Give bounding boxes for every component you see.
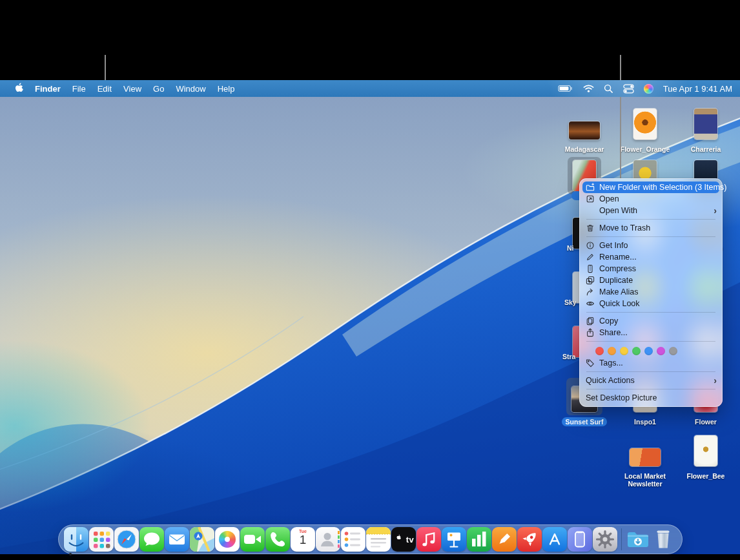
trash-icon	[586, 223, 595, 233]
dock-icon-notes[interactable]	[366, 527, 391, 552]
desktop-icon-label: Madagascar	[561, 145, 608, 154]
dock-icon-trash[interactable]	[651, 527, 675, 552]
calendar-day: 1	[291, 533, 315, 547]
tag-color-dot[interactable]	[608, 347, 616, 355]
dock-icon-system-settings[interactable]	[593, 527, 617, 552]
desktop-icon-label: Local Market Newsletter	[618, 472, 672, 488]
search-icon[interactable]	[601, 80, 616, 97]
menu-item-copy[interactable]: Copy	[580, 315, 722, 327]
menu-item-make-alias[interactable]: Make Alias	[580, 286, 722, 298]
desktop-label-fragment: Stra	[562, 353, 575, 360]
menu-bar-clock[interactable]: Tue Apr 1 9:41 AM	[661, 84, 732, 94]
menubar-menu-finder[interactable]: Finder	[29, 80, 67, 97]
dock-separator	[621, 528, 622, 550]
dock-icon-maps[interactable]	[190, 527, 214, 552]
icon-thumbnail-box	[564, 105, 605, 143]
tag-color-dot[interactable]	[669, 347, 677, 355]
desktop-icon-flower-bee[interactable]: Flower_Bee	[679, 432, 733, 481]
siri-icon[interactable]	[641, 80, 656, 97]
dock-icon-apple-tv[interactable]: tv	[391, 527, 416, 552]
info-icon	[586, 241, 595, 250]
dock-icon-facetime[interactable]	[240, 527, 265, 552]
appletv-wordmark: tv	[391, 527, 416, 552]
menu-item-duplicate[interactable]: Duplicate	[580, 275, 722, 286]
icon-thumbnail-box	[689, 105, 723, 143]
menu-item-new-folder-with-selection-3-items[interactable]: New Folder with Selection (3 Items)	[582, 181, 719, 193]
menu-item-open[interactable]: Open	[580, 193, 722, 205]
dock-icon-launchpad[interactable]	[89, 527, 114, 552]
dock-icon-numbers[interactable]	[467, 527, 491, 552]
dock-icon-music[interactable]	[416, 527, 441, 552]
menu-separator	[586, 341, 715, 342]
menu-separator	[586, 389, 715, 389]
menubar-menu-window[interactable]: Window	[170, 80, 211, 97]
dock-icon-safari[interactable]	[114, 527, 139, 552]
desktop-icon-flower-orange[interactable]: Flower_Orange	[618, 105, 672, 154]
dock-icon-photos[interactable]	[215, 527, 240, 552]
dock-icon-iphone-mirroring[interactable]	[568, 527, 592, 552]
context-menu: New Folder with Selection (3 Items)OpenO…	[579, 178, 723, 407]
file-thumbnail-newsletter	[630, 448, 661, 466]
tag-color-dot[interactable]	[595, 347, 604, 355]
menubar-menu-help[interactable]: Help	[212, 80, 241, 97]
menu-item-compress[interactable]: Compress	[580, 263, 722, 275]
menu-item-move-to-trash[interactable]: Move to Trash	[580, 222, 722, 234]
dock-icon-phone[interactable]	[265, 527, 290, 552]
callout-line-right	[620, 55, 621, 179]
file-thumbnail-flower-bee	[694, 435, 717, 466]
dock-icon-games[interactable]	[517, 527, 542, 552]
menubar-menu-file[interactable]: File	[67, 80, 92, 97]
dock-icon-messages[interactable]	[139, 527, 164, 552]
battery-icon[interactable]	[555, 80, 576, 97]
copy-icon	[586, 316, 595, 326]
menu-item-quick-actions[interactable]: Quick Actions›	[580, 375, 722, 386]
menu-separator	[586, 312, 715, 313]
menu-item-get-info[interactable]: Get Info	[580, 240, 722, 251]
menu-item-rename[interactable]: Rename...	[580, 251, 722, 263]
desktop-label-fragment: Sky	[564, 298, 577, 306]
menu-item-label: Copy	[599, 316, 618, 326]
tag-color-dot[interactable]	[632, 347, 641, 355]
file-thumbnail-flower-orange	[633, 109, 657, 140]
menu-item-label: Rename...	[599, 253, 637, 262]
menubar-menu-edit[interactable]: Edit	[92, 80, 118, 97]
menubar-menu-view[interactable]: View	[118, 80, 147, 97]
menubar-menu-go[interactable]: Go	[147, 80, 170, 97]
menu-item-label: Open	[599, 194, 619, 203]
dock-icon-app-store[interactable]	[542, 527, 567, 552]
tag-color-dot[interactable]	[644, 347, 653, 355]
icon-thumbnail-box	[689, 432, 723, 470]
menu-item-label: Get Info	[599, 241, 628, 250]
menu-item-open-with[interactable]: Open With›	[580, 205, 722, 216]
tag-color-dot[interactable]	[657, 347, 665, 355]
apple-menu[interactable]	[9, 80, 29, 97]
dock: Tue1tv	[58, 524, 683, 554]
desktop-icon-label: Flower_Bee	[683, 472, 729, 481]
menu-separator	[586, 219, 715, 220]
wifi-icon[interactable]	[581, 80, 597, 97]
menu-item-set-desktop-picture[interactable]: Set Desktop Picture	[580, 392, 722, 404]
menu-item-label: Duplicate	[599, 276, 633, 285]
duplicate-icon	[586, 276, 595, 285]
dock-icon-keynote[interactable]	[442, 527, 466, 552]
control-center-icon[interactable]	[621, 80, 637, 97]
dock-icon-pages[interactable]	[492, 527, 517, 552]
tag-color-dot[interactable]	[620, 347, 628, 355]
file-thumbnail-madagascar	[569, 121, 600, 140]
dock-icon-mail[interactable]	[165, 527, 189, 552]
dock-icon-downloads[interactable]	[626, 527, 650, 552]
desktop-icon-madagascar[interactable]: Madagascar	[557, 105, 612, 154]
menu-item-tags[interactable]: Tags...	[580, 357, 722, 369]
menu-item-quick-look[interactable]: Quick Look	[580, 298, 722, 309]
rename-icon	[586, 253, 595, 262]
dock-icon-reminders[interactable]	[341, 527, 365, 552]
dock-icon-calendar[interactable]: Tue1	[291, 527, 315, 552]
menu-item-label: Share...	[599, 328, 628, 337]
desktop-icon-label: Flower_Orange	[617, 145, 673, 154]
dock-icon-finder[interactable]	[64, 527, 88, 552]
menu-item-share[interactable]: Share...	[580, 327, 722, 338]
desktop-icon-local-market-newsletter[interactable]: Local Market Newsletter	[618, 432, 672, 488]
desktop-icon-charreria[interactable]: Charreria	[679, 105, 733, 154]
file-thumbnail-charreria	[694, 109, 717, 140]
dock-icon-contacts[interactable]	[316, 527, 340, 552]
